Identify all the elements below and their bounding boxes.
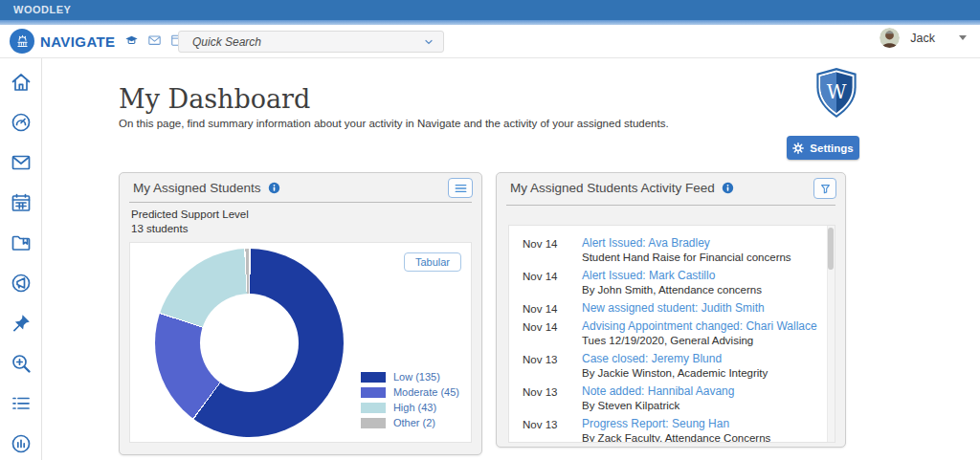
settings-label: Settings (810, 142, 853, 154)
sidebar-nav (0, 58, 42, 460)
feed-link[interactable]: Advising Appointment changed: Chari Wall… (582, 320, 817, 333)
feed-item: Nov 14Alert Issued: Ava BradleyStudent H… (523, 237, 821, 264)
hamburger-menu-icon (454, 183, 468, 194)
sidebar-item-list[interactable] (9, 392, 33, 415)
sidebar-item-search-plus[interactable] (9, 352, 33, 375)
sidebar-item-megaphone[interactable] (9, 272, 33, 295)
chart-subtitle-line2: 13 students (131, 222, 481, 236)
feed-body: Alert Issued: Ava BradleyStudent Hand Ra… (582, 237, 791, 264)
feed-body: Progress Report: Seung HanBy Zack Facult… (582, 418, 770, 443)
search-plus-icon (10, 352, 33, 375)
graduation-cap-icon[interactable] (124, 33, 139, 47)
sidebar-item-envelope[interactable] (9, 151, 33, 174)
sidebar-item-gauge[interactable] (9, 111, 33, 134)
feed-filter-button[interactable] (813, 178, 836, 199)
institution-name: WOODLEY (13, 4, 71, 15)
gear-icon (792, 142, 804, 154)
activity-feed-list: Nov 14Alert Issued: Ava BradleyStudent H… (509, 226, 835, 443)
filter-funnel-icon (819, 183, 832, 195)
assigned-students-card: My Assigned Students Predicted Support L… (119, 172, 482, 455)
chart-menu-button[interactable] (448, 178, 473, 198)
legend-label: Other (2) (393, 417, 435, 428)
info-icon[interactable] (268, 182, 280, 194)
legend-item: High (43) (361, 402, 459, 413)
feed-link[interactable]: Progress Report: Seung Han (582, 418, 770, 430)
feed-link[interactable]: Case closed: Jeremy Blund (582, 353, 768, 365)
feed-date: Nov 14 (523, 302, 582, 315)
school-shield-logo: W (813, 67, 859, 119)
feed-item: Nov 13Case closed: Jeremy BlundBy Jackie… (523, 353, 821, 380)
feed-item: Nov 14Alert Issued: Mark CastilloBy John… (523, 270, 821, 296)
chart-subtitle: Predicted Support Level 13 students (120, 203, 481, 235)
feed-date: Nov 14 (523, 237, 582, 264)
user-caret-icon (959, 35, 967, 40)
feed-item: Nov 13Progress Report: Seung HanBy Zack … (523, 418, 821, 443)
feed-detail: Student Hand Raise for Financial concern… (582, 252, 791, 264)
quick-search[interactable]: Quick Search (178, 31, 444, 53)
feed-item: Nov 13Note added: Hannibal AavangBy Stev… (523, 385, 821, 412)
feed-body: Alert Issued: Mark CastilloBy John Smith… (582, 270, 762, 296)
sidebar-item-pin[interactable] (9, 312, 33, 335)
donut-chart-panel: Tabular Low (135)Moderate (45)High (43)O… (129, 242, 472, 443)
home-icon (10, 71, 33, 94)
legend-label: Moderate (45) (393, 386, 459, 398)
bar-chart-icon (10, 432, 33, 455)
feed-scrollbar[interactable] (827, 226, 835, 442)
feed-body: Note added: Hannibal AavangBy Steven Kil… (582, 385, 734, 412)
feed-detail: By Steven Kilpatrick (582, 400, 734, 412)
brand-name[interactable]: NAVIGATE (40, 33, 115, 50)
envelope-icon[interactable] (147, 33, 162, 47)
sidebar-item-folder-bookmark[interactable] (9, 231, 33, 254)
folder-bookmark-icon (10, 231, 33, 254)
feed-body: Case closed: Jeremy BlundBy Jackie Winst… (582, 353, 768, 380)
user-menu[interactable]: Jack (880, 28, 967, 48)
institution-building-icon (14, 33, 31, 50)
page-title: My Dashboard (119, 84, 310, 114)
feed-scrollbar-thumb[interactable] (828, 228, 834, 270)
list-icon (10, 392, 33, 415)
feed-item: Nov 14New assigned student: Judith Smith (523, 302, 821, 315)
envelope-icon (10, 151, 33, 174)
chart-subtitle-line1: Predicted Support Level (131, 208, 481, 222)
feed-link[interactable]: New assigned student: Judith Smith (582, 302, 765, 315)
pin-icon (10, 312, 33, 335)
legend-item: Moderate (45) (361, 386, 459, 398)
megaphone-icon (10, 272, 33, 295)
page-subtitle: On this page, find summary information a… (119, 118, 669, 129)
settings-button[interactable]: Settings (787, 136, 859, 160)
main-content: My Dashboard On this page, find summary … (42, 58, 980, 460)
calendar-icon (10, 191, 33, 214)
donut-chart[interactable] (155, 249, 344, 437)
legend-item: Low (135) (361, 371, 459, 383)
navigate-logo[interactable] (10, 29, 34, 54)
feed-item: Nov 14Advising Appointment changed: Char… (523, 320, 821, 347)
activity-feed-title: My Assigned Students Activity Feed (510, 181, 715, 195)
top-banner: WOODLEY (0, 0, 980, 20)
activity-feed-card: My Assigned Students Activity Feed Nov 1… (496, 172, 846, 448)
sidebar-item-home[interactable] (9, 71, 33, 94)
assigned-students-title: My Assigned Students (133, 181, 261, 195)
feed-link[interactable]: Alert Issued: Mark Castillo (582, 270, 762, 282)
legend-label: High (43) (393, 402, 436, 413)
sidebar-item-calendar[interactable] (9, 191, 33, 214)
feed-body: Advising Appointment changed: Chari Wall… (582, 320, 817, 347)
feed-link[interactable]: Alert Issued: Ava Bradley (582, 237, 791, 250)
feed-date: Nov 14 (523, 270, 582, 296)
legend-swatch (361, 418, 386, 428)
info-icon[interactable] (722, 182, 734, 194)
user-avatar (880, 28, 900, 48)
legend-item: Other (2) (361, 417, 459, 428)
tabular-toggle-button[interactable]: Tabular (404, 252, 461, 272)
card-divider (506, 205, 835, 206)
feed-date: Nov 14 (523, 320, 582, 347)
legend-swatch (361, 387, 386, 398)
feed-link[interactable]: Note added: Hannibal Aavang (582, 385, 734, 398)
legend-swatch (361, 372, 386, 383)
sidebar-item-bar-chart[interactable] (9, 432, 33, 455)
feed-detail: By Jackie Winston, Academic Integrity (582, 367, 768, 380)
feed-date: Nov 13 (523, 385, 582, 412)
user-name: Jack (910, 32, 935, 45)
header-quick-icons (124, 33, 184, 47)
feed-date: Nov 13 (523, 353, 582, 380)
chevron-down-icon (423, 36, 434, 48)
